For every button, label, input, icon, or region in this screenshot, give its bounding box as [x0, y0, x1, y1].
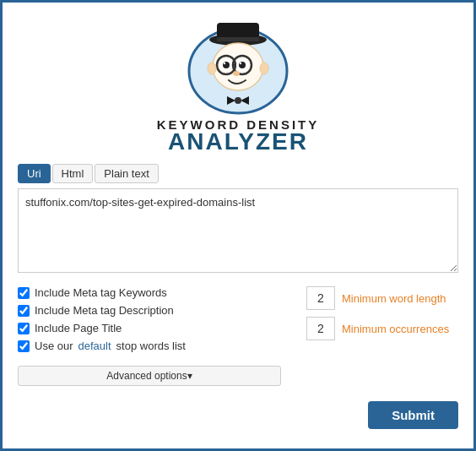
- page-title-label: Include Page Title: [35, 322, 122, 334]
- min-occurrences-label: Minimum occurrences: [342, 323, 449, 335]
- min-word-length-row: Minimum word length: [306, 286, 446, 310]
- svg-point-19: [235, 97, 241, 104]
- stop-words-suffix: stop words list: [116, 340, 186, 352]
- tabs-container: Uri Html Plain text: [18, 164, 458, 183]
- advanced-options-button[interactable]: Advanced options▾: [18, 366, 281, 386]
- meta-keywords-label: Include Meta tag Keywords: [35, 286, 167, 299]
- options-row: Include Meta tag Keywords Include Meta t…: [18, 286, 458, 386]
- svg-point-15: [260, 62, 268, 74]
- options-right: Minimum word length Minimum occurrences: [306, 286, 458, 340]
- stop-words-option[interactable]: Use our default stop words list: [18, 340, 281, 352]
- min-occurrences-input[interactable]: [306, 317, 335, 340]
- url-textarea[interactable]: [18, 188, 458, 273]
- meta-keywords-checkbox[interactable]: [18, 287, 30, 299]
- svg-rect-3: [217, 37, 259, 41]
- svg-point-12: [240, 62, 241, 64]
- min-word-length-input[interactable]: [306, 286, 335, 310]
- options-left: Include Meta tag Keywords Include Meta t…: [18, 286, 281, 386]
- svg-point-16: [233, 71, 240, 76]
- tab-uri[interactable]: Uri: [18, 164, 51, 183]
- footer-row: Submit: [18, 401, 458, 429]
- logo-analyzer-text: ANALYZER: [168, 128, 308, 155]
- tab-plain[interactable]: Plain text: [95, 164, 158, 183]
- logo-area: KEYWORD DENSITY ANALYZER: [18, 16, 458, 155]
- min-occurrences-row: Minimum occurrences: [306, 317, 449, 340]
- page-title-checkbox[interactable]: [18, 323, 30, 334]
- min-word-length-label: Minimum word length: [342, 292, 446, 305]
- meta-description-option[interactable]: Include Meta tag Description: [18, 304, 281, 317]
- meta-description-checkbox[interactable]: [18, 305, 30, 317]
- meta-keywords-option[interactable]: Include Meta tag Keywords: [18, 286, 281, 299]
- stop-words-checkbox[interactable]: [18, 340, 30, 352]
- page-title-option[interactable]: Include Page Title: [18, 322, 281, 334]
- main-window: KEYWORD DENSITY ANALYZER Uri Html Plain …: [0, 0, 476, 451]
- submit-button[interactable]: Submit: [368, 401, 458, 429]
- tab-html[interactable]: Html: [52, 164, 94, 183]
- svg-point-14: [208, 62, 216, 74]
- logo-image: [183, 16, 293, 117]
- meta-description-label: Include Meta tag Description: [35, 304, 174, 317]
- stop-words-prefix: Use our: [35, 340, 73, 352]
- stop-words-link[interactable]: default: [78, 340, 111, 352]
- svg-point-8: [224, 62, 225, 64]
